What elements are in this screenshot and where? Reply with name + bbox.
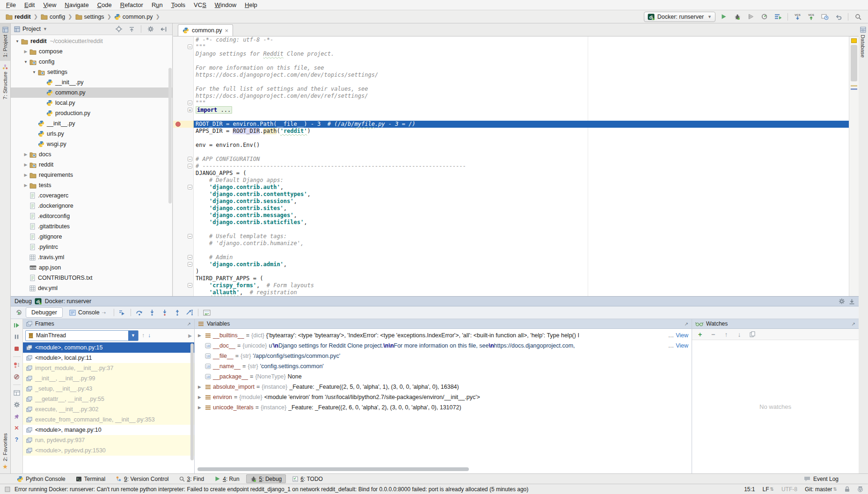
previous-frame-button[interactable]: ↑ xyxy=(142,332,145,339)
variables-h-scrollbar[interactable] xyxy=(197,467,469,471)
tree-item-settings[interactable]: ▼settings xyxy=(11,67,172,77)
tree-item-urls-py[interactable]: urls.py xyxy=(11,129,172,139)
rerun-button[interactable] xyxy=(13,307,25,318)
run-to-cursor-button[interactable] xyxy=(184,307,196,318)
editor-gutter[interactable]: − xyxy=(173,163,194,170)
breadcrumb-reddit[interactable]: reddit xyxy=(5,13,32,21)
editor-gutter[interactable] xyxy=(173,93,194,100)
editor-gutter[interactable]: − xyxy=(173,282,194,289)
folded-import-region[interactable]: import ... xyxy=(196,106,232,114)
tree-item-reddit[interactable]: ▼reddit~/cookiecutter/reddit xyxy=(11,36,172,46)
menu-vcs[interactable]: VCS xyxy=(190,0,211,9)
editor-gutter[interactable]: − xyxy=(173,233,194,240)
editor-gutter[interactable]: − xyxy=(173,184,194,191)
editor-gutter[interactable]: + xyxy=(173,107,194,114)
force-step-into-button[interactable] xyxy=(159,307,170,318)
tree-toggle-icon[interactable]: ▶ xyxy=(23,152,29,157)
lock-icon[interactable] xyxy=(845,486,850,492)
hide-debug-panel-button[interactable] xyxy=(849,298,855,305)
variable-row-unicode_literals[interactable]: ▶unicode_literals = {instance} _Feature:… xyxy=(195,402,692,413)
tree-toggle-icon[interactable]: ▶ xyxy=(23,49,29,54)
tree-item-reddit[interactable]: ▶reddit xyxy=(11,160,172,170)
toolwindow-5-debug[interactable]: 5: Debug xyxy=(246,474,286,483)
git-branch-select[interactable]: Git: master⇅ xyxy=(805,486,837,493)
tree-item--gitattributes[interactable]: .gitattributes xyxy=(11,221,172,232)
tree-item-common-py[interactable]: common.py xyxy=(11,87,172,98)
tree-item-app-json[interactable]: JSONapp.json xyxy=(11,262,172,273)
toolwindow-9-version-control[interactable]: 9: Version Control xyxy=(112,474,172,483)
menu-window[interactable]: Window xyxy=(211,0,241,9)
editor-gutter[interactable] xyxy=(173,72,194,79)
tree-toggle-icon[interactable]: ▶ xyxy=(23,162,29,167)
variable-row-__file__[interactable]: 18__file__ = {str} '/app/config/settings… xyxy=(195,351,692,361)
fold-marker-icon[interactable]: − xyxy=(188,101,192,105)
variable-row-__doc__[interactable]: 18__doc__ = {unicode} u'\nDjango setting… xyxy=(195,341,692,351)
fold-marker-icon[interactable]: − xyxy=(188,234,192,239)
float-panel-icon[interactable]: ↗ xyxy=(685,321,688,327)
duplicate-watch-button[interactable] xyxy=(749,331,756,338)
locate-file-button[interactable] xyxy=(113,24,124,34)
debug-button[interactable] xyxy=(732,12,743,22)
variable-row-environ[interactable]: ▶environ = {module} <module 'environ' fr… xyxy=(195,392,692,402)
frame-row[interactable]: <module>, pydevd.py:1530 xyxy=(23,445,194,456)
frame-row[interactable]: run, pydevd.py:937 xyxy=(23,435,194,445)
mute-breakpoints-button[interactable] xyxy=(13,373,21,380)
editor-gutter[interactable] xyxy=(173,205,194,212)
recent-changes-button[interactable] xyxy=(819,12,830,22)
toolwindow-structure-button[interactable]: 7: Structure xyxy=(0,61,10,102)
toolwindow-database-button[interactable]: Database xyxy=(858,23,868,61)
editor-gutter[interactable] xyxy=(173,240,194,247)
tree-toggle-icon[interactable]: ▶ xyxy=(23,183,29,188)
breakpoint-icon[interactable] xyxy=(175,122,181,127)
editor-gutter[interactable] xyxy=(173,268,194,275)
editor-gutter[interactable] xyxy=(173,170,194,177)
profiler-button[interactable] xyxy=(759,12,770,22)
toolwindow-toggle-icon[interactable] xyxy=(5,487,10,492)
step-over-button[interactable] xyxy=(133,307,145,318)
tree-toggle-icon[interactable]: ▼ xyxy=(31,70,37,74)
frame-row[interactable]: import_module, __init__.py:37 xyxy=(23,363,194,373)
tree-item--gitignore[interactable]: .gitignore xyxy=(11,232,172,242)
toolwindow-python-console[interactable]: Python Console xyxy=(13,474,69,483)
thread-select[interactable]: MainThread ▼ xyxy=(25,330,139,341)
help-button[interactable]: ? xyxy=(13,436,21,443)
tree-item-tests[interactable]: ▶tests xyxy=(11,180,172,190)
tree-item-compose[interactable]: ▶compose xyxy=(11,46,172,57)
menu-edit[interactable]: Edit xyxy=(20,0,39,9)
breadcrumb-config[interactable]: config xyxy=(40,13,66,21)
vcs-update-button[interactable]: VCS xyxy=(792,12,803,22)
fold-marker-icon[interactable]: − xyxy=(188,44,192,49)
frame-row[interactable]: __getattr__, __init__.py:55 xyxy=(23,394,194,404)
float-panel-icon[interactable]: ↗ xyxy=(187,321,191,327)
editor-gutter[interactable] xyxy=(173,79,194,86)
editor-gutter[interactable]: − xyxy=(173,100,194,107)
debug-settings-icon[interactable] xyxy=(839,298,845,305)
tab-debugger[interactable]: Debugger xyxy=(26,307,63,318)
fold-marker-icon[interactable]: − xyxy=(188,262,192,267)
tree-item--coveragerc[interactable]: .coveragerc xyxy=(11,190,172,201)
frame-row[interactable]: <module>, local.py:11 xyxy=(23,353,194,363)
editor-error-stripe[interactable] xyxy=(849,36,859,296)
fold-marker-icon[interactable]: − xyxy=(188,185,192,189)
run-with-coverage-button[interactable] xyxy=(745,12,756,22)
hide-project-panel-button[interactable] xyxy=(158,24,169,34)
menu-code[interactable]: Code xyxy=(93,0,116,9)
caret-position[interactable]: 15:1 xyxy=(744,486,755,493)
editor-gutter[interactable] xyxy=(173,212,194,219)
tree-item-local-py[interactable]: local.py xyxy=(11,98,172,108)
tree-item-__init__-py[interactable]: __init__.py xyxy=(11,77,172,87)
tree-item-docs[interactable]: ▶docs xyxy=(11,149,172,160)
rollback-button[interactable] xyxy=(833,12,844,22)
tree-toggle-icon[interactable]: ▼ xyxy=(23,60,29,64)
menu-navigate[interactable]: Navigate xyxy=(60,0,93,9)
pause-button[interactable] xyxy=(13,333,21,341)
menu-file[interactable]: File xyxy=(2,0,20,9)
toolwindow-4-run[interactable]: 4: Run xyxy=(211,474,243,483)
tree-toggle-icon[interactable]: ▼ xyxy=(15,39,20,44)
variable-row-__package__[interactable]: 18__package__ = {NoneType} None xyxy=(195,371,692,382)
editor-gutter[interactable] xyxy=(173,36,194,44)
menu-view[interactable]: View xyxy=(39,0,60,9)
tree-item--editorconfig[interactable]: .editorconfig xyxy=(11,211,172,221)
frame-row[interactable]: execute_from_command_line, __init__.py:3… xyxy=(23,414,194,425)
fold-marker-icon[interactable]: − xyxy=(188,157,192,161)
